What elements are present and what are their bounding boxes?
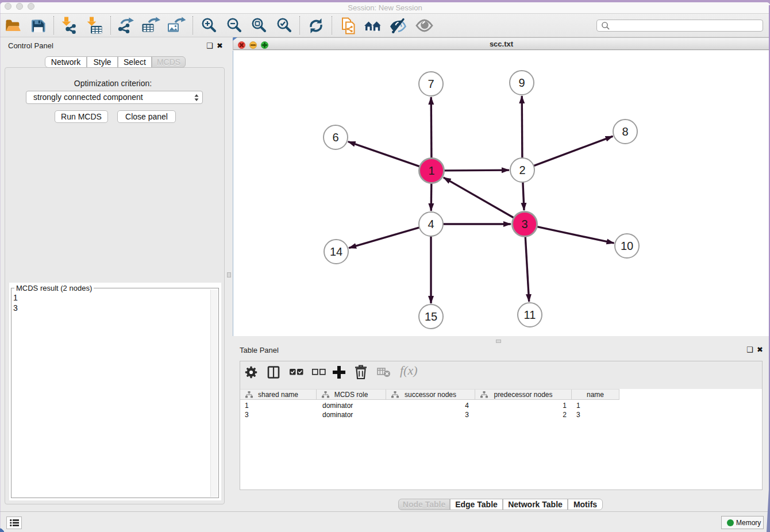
svg-text:3: 3	[521, 218, 528, 230]
svg-text:14: 14	[330, 245, 342, 258]
svg-text:8: 8	[622, 125, 628, 138]
svg-text:9: 9	[518, 76, 525, 89]
svg-text:7: 7	[428, 78, 434, 90]
svg-text:6: 6	[332, 131, 338, 144]
svg-text:11: 11	[524, 309, 536, 321]
svg-text:15: 15	[425, 310, 437, 323]
svg-text:10: 10	[621, 240, 633, 252]
svg-text:1: 1	[428, 164, 434, 177]
svg-text:4: 4	[428, 218, 434, 230]
svg-text:2: 2	[519, 164, 525, 176]
